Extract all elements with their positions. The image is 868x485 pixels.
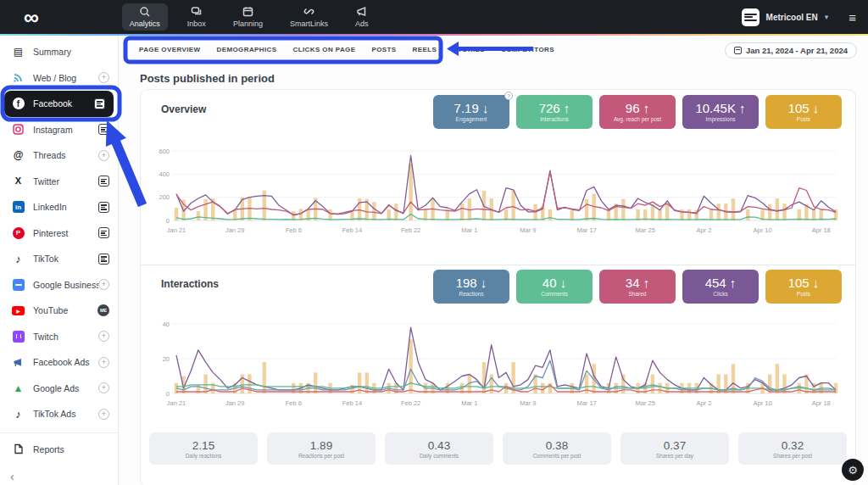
- interactions-cards: 198 ↓Reactions40 ↓Comments34 ↑Shared454 …: [433, 270, 842, 304]
- svg-text:Feb 22: Feb 22: [401, 226, 420, 234]
- sidebar-item-label: Web / Blog: [33, 73, 98, 83]
- sidebar-item-threads[interactable]: @Threads+: [0, 142, 118, 169]
- overview-title: Overview: [161, 95, 206, 115]
- sidebar-item-twitch[interactable]: Twitch+: [0, 324, 118, 350]
- svg-text:Jan 29: Jan 29: [225, 226, 245, 234]
- page-title: Posts published in period: [140, 72, 868, 85]
- help-icon[interactable]: ?: [504, 92, 513, 100]
- sidebar-item-google-business[interactable]: Google Business ...+: [0, 272, 118, 298]
- add-connection-button[interactable]: +: [98, 150, 109, 161]
- google-ads-icon: ▲: [11, 383, 25, 393]
- section-divider: [141, 265, 855, 265]
- sidebar-item-label: TikTok: [33, 254, 98, 264]
- add-connection-button[interactable]: +: [98, 72, 109, 83]
- svg-text:Feb 6: Feb 6: [286, 399, 302, 407]
- sidebar-item-label: Twitch: [33, 332, 98, 342]
- svg-text:Jan 21: Jan 21: [167, 226, 186, 234]
- connected-account-badge[interactable]: [94, 98, 105, 109]
- overview-header: Overview 7.19 ↓Engagement?726 ↑Interacti…: [161, 95, 842, 129]
- sidebar-item-tiktok-ads[interactable]: ♪TikTok Ads+: [0, 401, 118, 427]
- metric-card-posts: 105 ↓Posts: [765, 95, 842, 129]
- sidebar-item-instagram[interactable]: Instagram: [0, 117, 118, 143]
- sidebar-item-label: Facebook Ads: [33, 357, 98, 367]
- sidebar-item-web-blog[interactable]: Web / Blog+: [0, 65, 118, 92]
- brand-gradient-bar: [0, 34, 868, 36]
- stat-tile-label: Daily comments: [420, 453, 459, 459]
- svg-text:Mar 1: Mar 1: [461, 399, 477, 407]
- connected-account-badge[interactable]: [98, 176, 109, 187]
- tab-reels[interactable]: REELS: [413, 46, 437, 53]
- metric-label: Interactions: [540, 116, 569, 122]
- account-avatar[interactable]: [742, 8, 760, 26]
- nav-item-planning[interactable]: Planning: [225, 3, 270, 31]
- svg-text:Apr 10: Apr 10: [754, 399, 772, 407]
- top-bar: ∞ AnalyticsInboxPlanningSmartLinksAds Me…: [0, 0, 868, 34]
- add-connection-button[interactable]: +: [98, 331, 109, 342]
- metric-card-interactions: 726 ↑Interactions: [516, 95, 593, 129]
- tab-posts[interactable]: POSTS: [371, 46, 396, 53]
- sidebar-collapse-button[interactable]: ‹: [10, 470, 14, 483]
- nav-item-inbox[interactable]: Inbox: [180, 3, 214, 31]
- tiktok-icon: ♪: [11, 254, 25, 265]
- sidebar-item-google-ads[interactable]: ▲Google Ads+: [0, 376, 118, 402]
- stat-tile-value: 0.38: [546, 439, 568, 452]
- add-connection-button[interactable]: +: [98, 382, 109, 393]
- sidebar-item-youtube[interactable]: ▶YouTubeME: [0, 298, 118, 324]
- sidebar-item-linkedin[interactable]: inLinkedIn: [0, 194, 118, 220]
- add-connection-button[interactable]: +: [98, 409, 109, 420]
- stat-tile-daily-reactions: 2.15Daily reactions: [149, 432, 258, 465]
- add-connection-button[interactable]: +: [98, 357, 109, 368]
- tab-clicks-on-page[interactable]: CLICKS ON PAGE: [293, 46, 356, 53]
- connected-account-badge[interactable]: [98, 254, 109, 265]
- sidebar-item-reports[interactable]: Reports: [0, 437, 118, 463]
- settings-fab[interactable]: ⚙: [842, 459, 864, 481]
- sidebar-item-facebook[interactable]: fFacebook: [4, 91, 114, 117]
- metric-value: 454 ↑: [705, 276, 737, 290]
- chevron-down-icon[interactable]: ▾: [825, 13, 829, 21]
- nav-item-label: Ads: [355, 20, 369, 28]
- google-business-icon: [11, 279, 25, 291]
- svg-text:0: 0: [166, 217, 170, 225]
- tab-demographics[interactable]: DEMOGRAPHICS: [216, 46, 276, 53]
- metric-value: 105 ↓: [788, 276, 820, 290]
- nav-item-analytics[interactable]: Analytics: [122, 3, 168, 31]
- tab-competitors[interactable]: COMPETITORS: [501, 46, 554, 53]
- metric-label: Shared: [629, 291, 647, 297]
- main-content: PAGE OVERVIEWDEMOGRAPHICSCLICKS ON PAGEP…: [119, 36, 868, 485]
- connected-account-badge[interactable]: ME: [97, 304, 109, 316]
- pinterest-icon: P: [11, 227, 25, 239]
- stat-tile-value: 2.15: [192, 439, 214, 452]
- connected-account-badge[interactable]: [98, 202, 109, 213]
- metric-label: Posts: [797, 116, 810, 122]
- svg-text:Apr 18: Apr 18: [812, 399, 831, 407]
- connected-account-badge[interactable]: [98, 124, 109, 135]
- sidebar-item-pinterest[interactable]: PPinterest: [0, 220, 118, 247]
- svg-text:Jan 21: Jan 21: [167, 399, 186, 407]
- svg-text:Apr 18: Apr 18: [812, 226, 831, 234]
- sidebar-item-facebook-ads[interactable]: Facebook Ads+: [0, 349, 118, 376]
- sidebar-item-summary[interactable]: ▤Summary: [0, 39, 118, 65]
- nav-item-smartlinks[interactable]: SmartLinks: [282, 3, 336, 31]
- calendar-icon: [734, 47, 742, 54]
- svg-text:Mar 1: Mar 1: [461, 226, 477, 234]
- metric-label: Engagement: [456, 116, 487, 122]
- svg-text:200: 200: [159, 193, 170, 201]
- svg-text:400: 400: [159, 170, 170, 178]
- account-name[interactable]: Metricool EN: [766, 13, 818, 22]
- nav-item-ads[interactable]: Ads: [348, 3, 376, 31]
- svg-text:Apr 10: Apr 10: [754, 226, 772, 234]
- metric-value: 96 ↑: [626, 102, 649, 115]
- connected-account-badge[interactable]: [98, 227, 109, 238]
- date-range-picker[interactable]: Jan 21, 2024 - Apr 21, 2024: [725, 42, 857, 59]
- sidebar-item-tiktok[interactable]: ♪TikTok: [0, 246, 118, 272]
- sidebar-item-label: Facebook: [33, 98, 94, 109]
- tab-page-overview[interactable]: PAGE OVERVIEW: [139, 46, 200, 53]
- sidebar-item-twitter[interactable]: XTwitter: [0, 169, 118, 195]
- nav-item-label: Planning: [233, 20, 263, 28]
- add-connection-button[interactable]: +: [98, 279, 109, 290]
- account-area: Metricool EN ▾ ≡: [742, 0, 856, 34]
- megaphone-icon: [356, 6, 367, 19]
- tab-stories[interactable]: STORIES: [453, 46, 485, 53]
- menu-icon[interactable]: ≡: [849, 10, 856, 25]
- metricool-logo[interactable]: ∞: [24, 0, 37, 34]
